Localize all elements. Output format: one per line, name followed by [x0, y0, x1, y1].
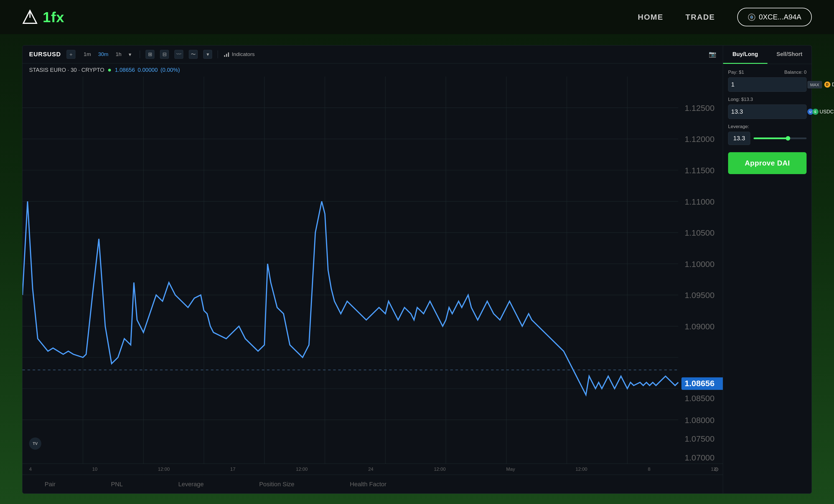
svg-text:1.12000: 1.12000 [684, 135, 715, 144]
leverage-slider[interactable] [753, 137, 807, 139]
svg-text:1.09000: 1.09000 [684, 322, 715, 331]
svg-text:1.10500: 1.10500 [684, 228, 715, 237]
dai-token-selector[interactable]: D DAI ▾ [824, 82, 834, 88]
pay-label-row: Pay: $1 Balance: 0 [728, 70, 807, 75]
long-label-row: Long: $13.3 [728, 97, 807, 102]
pair-col: Pair [45, 481, 56, 488]
positions-row: Pair PNL Leverage Position Size Health F… [22, 475, 723, 494]
xaxis-17: 17 [230, 466, 235, 472]
chart-type-btn-4[interactable]: 〜 [189, 50, 198, 59]
xaxis-12-2: 12:00 [296, 466, 308, 472]
svg-text:1.08656: 1.08656 [684, 379, 715, 388]
long-input[interactable] [731, 108, 807, 115]
indicators-btn[interactable]: Indicators [223, 51, 255, 58]
position-size-col: Position Size [259, 481, 294, 488]
leverage-row: 13.3 [728, 132, 807, 145]
tf-1h[interactable]: 1h [113, 50, 124, 59]
xaxis-24: 24 [368, 466, 373, 472]
svg-rect-6 [228, 52, 229, 57]
tab-sell-short[interactable]: Sell/Short [767, 45, 812, 64]
chart-settings-btn[interactable]: ⚙ [714, 466, 719, 473]
tab-buy-long[interactable]: Buy/Long [723, 45, 767, 64]
chart-symbol-info: STASIS EURO · 30 · CRYPTO 1.08656 0.0000… [22, 64, 723, 76]
leverage-label-row: Leverage: [728, 124, 807, 129]
toolbar-right: 📷 [709, 51, 716, 58]
max-button[interactable]: MAX [807, 81, 822, 88]
svg-text:1.09500: 1.09500 [684, 291, 715, 300]
dai-icon: D [824, 82, 830, 88]
xaxis-12-1: 12:00 [158, 466, 170, 472]
price-info: 1.08656 0.00000 (0.00%) [115, 67, 180, 73]
xaxis-12-4: 12:00 [576, 466, 588, 472]
xaxis-labels: 4 10 12:00 17 12:00 24 12:00 May 12:00 8… [29, 466, 716, 472]
trade-tabs: Buy/Long Sell/Short [723, 45, 812, 64]
toolbar-sep-1 [140, 50, 140, 58]
svg-rect-5 [226, 54, 227, 57]
logo-icon [22, 9, 38, 25]
svg-rect-4 [224, 55, 225, 57]
chart-toolbar: EURSUSD ＋ 1m 30m 1h ▾ ⊞ ⊟ 〰 〜 ▾ Indica [22, 45, 723, 64]
pnl-col: PNL [111, 481, 123, 488]
long-section: Long: $13.3 U E USDC:EURS ▾ [728, 97, 807, 119]
chart-type-dropdown[interactable]: ▾ [203, 50, 212, 59]
leverage-label: Leverage: [728, 124, 749, 129]
wallet-button[interactable]: 0XCE...A94A [737, 8, 812, 26]
svg-text:1.07000: 1.07000 [684, 453, 715, 462]
tf-30m[interactable]: 30m [95, 50, 111, 59]
pay-input[interactable] [731, 81, 807, 88]
live-indicator [108, 69, 111, 71]
tv-watermark: TV [29, 437, 41, 450]
chart-xaxis: 4 10 12:00 17 12:00 24 12:00 May 12:00 8… [22, 463, 723, 475]
chart-symbol: EURSUSD [29, 51, 61, 58]
balance-label: Balance: 0 [784, 70, 807, 75]
xaxis-4: 4 [29, 466, 31, 472]
svg-text:1.10000: 1.10000 [684, 260, 715, 269]
chart-type-btn-3[interactable]: 〰 [174, 50, 183, 59]
current-price: 1.08656 [115, 67, 135, 73]
chart-type-btn-2[interactable]: ⊟ [160, 50, 169, 59]
chart-container: EURSUSD ＋ 1m 30m 1h ▾ ⊞ ⊟ 〰 〜 ▾ Indica [22, 45, 723, 494]
svg-text:1.11000: 1.11000 [684, 197, 715, 206]
symbol-full-name: STASIS EURO · 30 · CRYPTO [29, 67, 104, 73]
header-nav: HOME TRADE 0XCE...A94A [638, 8, 812, 26]
header: 1fx HOME TRADE 0XCE...A94A [0, 0, 834, 34]
nav-home[interactable]: HOME [638, 13, 663, 22]
svg-text:1.08500: 1.08500 [684, 394, 715, 403]
leverage-section: Leverage: 13.3 [728, 124, 807, 145]
wallet-icon [748, 13, 755, 21]
header-left: 1fx [22, 9, 64, 25]
pay-label: Pay: $1 [728, 70, 744, 75]
camera-btn[interactable]: 📷 [709, 51, 716, 58]
leverage-thumb[interactable] [786, 136, 790, 140]
dai-label: DAI [832, 82, 834, 88]
long-token-selector[interactable]: U E USDC:EURS ▾ [807, 109, 834, 115]
xaxis-10: 10 [92, 466, 97, 472]
indicators-label: Indicators [232, 51, 255, 58]
chart-type-btn-1[interactable]: ⊞ [146, 50, 154, 59]
svg-text:1.12500: 1.12500 [684, 103, 715, 113]
leverage-col: Leverage [178, 481, 204, 488]
pay-section: Pay: $1 Balance: 0 MAX D DAI ▾ [728, 70, 807, 92]
nav-trade[interactable]: TRADE [685, 13, 715, 22]
xaxis-12-3: 12:00 [434, 466, 446, 472]
tf-dropdown[interactable]: ▾ [126, 50, 134, 59]
chart-svg: 1.12500 1.12000 1.11500 1.11000 1.10500 … [22, 76, 723, 463]
approve-dai-button[interactable]: Approve DAI [728, 152, 807, 174]
svg-text:1.07500: 1.07500 [684, 434, 715, 443]
timeframe-group: 1m 30m 1h ▾ [81, 50, 134, 59]
long-input-row: U E USDC:EURS ▾ [728, 105, 807, 119]
logo-text: 1fx [43, 9, 64, 25]
xaxis-8: 8 [648, 466, 650, 472]
main-content: EURSUSD ＋ 1m 30m 1h ▾ ⊞ ⊟ 〰 〜 ▾ Indica [0, 34, 834, 504]
pay-input-row: MAX D DAI ▾ [728, 78, 807, 92]
tf-1m[interactable]: 1m [81, 50, 94, 59]
add-symbol-btn[interactable]: ＋ [67, 50, 75, 59]
leverage-value: 13.3 [728, 132, 750, 145]
svg-text:1.08000: 1.08000 [684, 416, 715, 425]
wallet-address: 0XCE...A94A [759, 13, 801, 21]
long-label: Long: $13.3 [728, 97, 753, 102]
trade-body: Pay: $1 Balance: 0 MAX D DAI ▾ Long: $13… [723, 64, 812, 494]
leverage-fill [753, 137, 788, 139]
xaxis-may: May [506, 466, 515, 472]
chart-area[interactable]: 1.12500 1.12000 1.11500 1.11000 1.10500 … [22, 76, 723, 463]
